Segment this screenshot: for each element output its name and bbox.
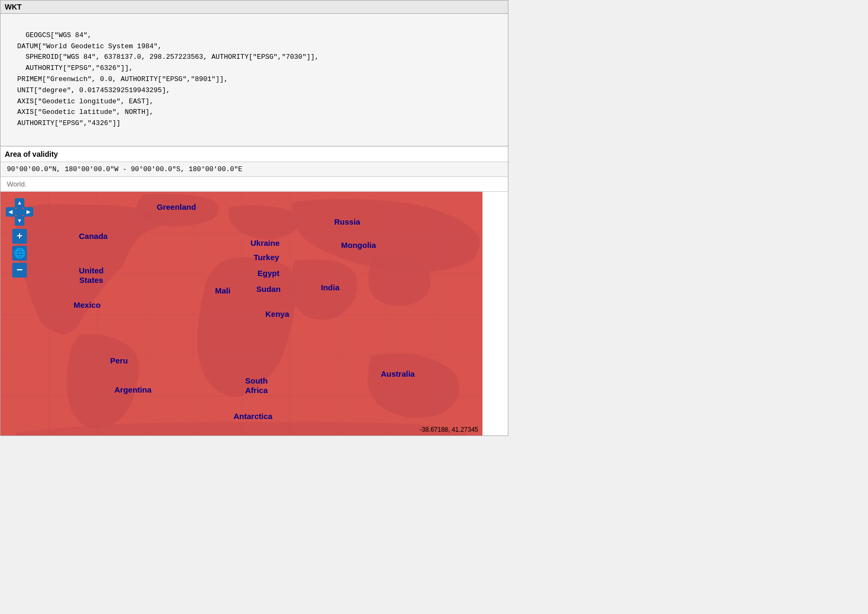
zoom-in-icon: + <box>17 230 23 242</box>
nav-down-button[interactable]: ▼ <box>15 216 24 226</box>
coords-display: -38.67188, 41.27345 <box>419 426 478 433</box>
nav-right-button[interactable]: ▶ <box>24 207 33 217</box>
nav-up-icon: ▲ <box>17 200 22 206</box>
area-validity-label: Area of validity <box>5 150 58 158</box>
nav-left-icon: ◀ <box>8 209 13 215</box>
nav-left-button[interactable]: ◀ <box>6 207 15 217</box>
zoom-in-button[interactable]: + <box>12 229 27 244</box>
map-controls: ▲ ▼ ◀ ▶ + 🌐 <box>6 198 33 278</box>
wkt-content: GEOGCS["WGS 84", DATUM["World Geodetic S… <box>1 14 508 146</box>
map-container: ▲ ▼ ◀ ▶ + 🌐 <box>1 192 482 435</box>
main-panel: WKT GEOGCS["WGS 84", DATUM["World Geodet… <box>0 0 508 436</box>
zoom-out-icon: − <box>16 264 23 276</box>
world-label-row: World. <box>1 177 508 192</box>
nav-right-icon: ▶ <box>26 209 31 215</box>
world-description: World. <box>7 180 26 188</box>
globe-icon: 🌐 <box>14 247 25 259</box>
coordinates-row: 90°00'00.0"N, 180°00'00.0"W - 90°00'00.0… <box>1 162 508 177</box>
coordinates-text: 90°00'00.0"N, 180°00'00.0"W - 90°00'00.0… <box>7 165 243 173</box>
wkt-header: WKT <box>1 1 508 14</box>
globe-button[interactable]: 🌐 <box>12 246 27 261</box>
nav-cross: ▲ ▼ ◀ ▶ <box>6 198 33 226</box>
nav-down-icon: ▼ <box>17 218 22 224</box>
world-map-svg <box>1 192 482 435</box>
wkt-label: WKT <box>5 3 22 11</box>
nav-center <box>15 207 24 217</box>
zoom-out-button[interactable]: − <box>12 263 27 278</box>
nav-up-button[interactable]: ▲ <box>15 198 24 208</box>
area-validity-header: Area of validity <box>1 146 508 162</box>
wkt-text: GEOGCS["WGS 84", DATUM["World Geodetic S… <box>9 31 319 127</box>
